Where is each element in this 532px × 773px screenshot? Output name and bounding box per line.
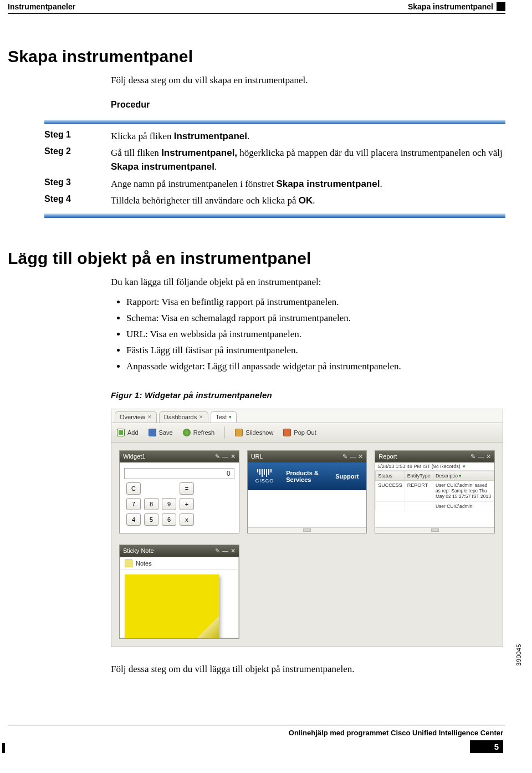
- object-type-list: Rapport: Visa en befintlig rapport på in…: [111, 294, 505, 374]
- step-label: Steg 1: [44, 130, 111, 140]
- steps-rule-bottom: [44, 213, 505, 218]
- widget-canvas-row2: Sticky Note ✎—✕ Notes: [111, 541, 503, 647]
- close-icon[interactable]: ✕: [199, 414, 203, 420]
- add-icon: [117, 429, 125, 436]
- notes-label: Notes: [136, 560, 152, 567]
- calc-key[interactable]: =: [180, 482, 194, 495]
- step-body: Gå till fliken Instrumentpanel, högerkli…: [111, 146, 505, 174]
- list-item: URL: Visa en webbsida på instrumentpanel…: [126, 327, 505, 343]
- widget-report: Report ✎—✕ 5/24/13 1:53:48 PM IST (94 Re…: [375, 450, 495, 533]
- widget-close-icon[interactable]: ✕: [358, 453, 363, 460]
- step-row: Steg 2 Gå till fliken Instrumentpanel, h…: [44, 146, 505, 174]
- widget-close-icon[interactable]: ✕: [231, 453, 236, 460]
- note-icon: [125, 560, 132, 567]
- calc-keypad: C = 7 8 9 + 4 5 6 x: [126, 482, 236, 526]
- step-row: Steg 1 Klicka på fliken Instrumentpanel.: [44, 130, 505, 144]
- widget-settings-icon[interactable]: ✎: [215, 547, 220, 555]
- list-item: Fästis Lägg till fästisar på instrumentp…: [126, 343, 505, 359]
- dashboard-screenshot: Overview✕ Dashboards✕ Test▾ Add Save Ref…: [111, 409, 503, 647]
- calc-key[interactable]: +: [180, 498, 194, 510]
- chevron-down-icon[interactable]: ▾: [463, 464, 466, 469]
- calc-key[interactable]: 8: [144, 498, 158, 510]
- section1-title: Skapa instrumentpanel: [8, 47, 505, 66]
- header-divider: [8, 13, 505, 14]
- widget-minimize-icon[interactable]: —: [222, 453, 228, 460]
- calc-display: 0: [124, 468, 234, 479]
- widget-settings-icon[interactable]: ✎: [342, 453, 347, 460]
- horizontal-scrollbar[interactable]: [248, 527, 367, 533]
- report-table: Status EntityType Descriptio ▾ SUCCESS R…: [375, 471, 494, 511]
- save-icon: [149, 429, 156, 436]
- step-label: Steg 3: [44, 177, 111, 187]
- widget-settings-icon[interactable]: ✎: [215, 453, 220, 460]
- widget-settings-icon[interactable]: ✎: [470, 453, 475, 460]
- widget-canvas: Widget1 ✎—✕ 0 C = 7 8 9 + 4: [111, 443, 503, 541]
- horizontal-scrollbar[interactable]: [375, 527, 494, 533]
- calc-key[interactable]: 5: [144, 513, 158, 526]
- figure-id: 390045: [515, 644, 522, 666]
- toolbar-separator: [224, 426, 225, 439]
- tab-dashboards[interactable]: Dashboards✕: [159, 411, 208, 423]
- procedure-label: Procedur: [111, 100, 505, 110]
- save-button[interactable]: Save: [149, 429, 173, 436]
- tab-overview[interactable]: Overview✕: [115, 411, 157, 423]
- report-timestamp: 5/24/13 1:53:48 PM IST (94 Records)▾: [375, 462, 494, 471]
- step-label: Steg 2: [44, 146, 111, 156]
- list-item: Rapport: Visa en befintlig rapport på in…: [126, 294, 505, 311]
- calc-key[interactable]: 9: [162, 498, 176, 510]
- widget-url: URL ✎—✕ CISCO Products & Services Suppor…: [247, 450, 367, 533]
- calc-key[interactable]: 6: [162, 513, 176, 526]
- widget-sticky-note: Sticky Note ✎—✕ Notes: [119, 545, 239, 639]
- sticky-note[interactable]: [125, 574, 219, 638]
- tab-bar: Overview✕ Dashboards✕ Test▾: [111, 409, 503, 423]
- page-number: 5: [470, 740, 503, 753]
- header-right-title: Skapa instrumentpanel: [408, 2, 493, 11]
- list-item: Schema: Visa en schemalagd rapport på in…: [126, 311, 505, 327]
- col-entitytype[interactable]: EntityType: [405, 471, 433, 480]
- list-item: Anpassade widgetar: Lägg till anpassade …: [126, 359, 505, 375]
- widget-title: Report: [378, 453, 397, 460]
- popout-icon: [283, 429, 291, 436]
- header-marker-icon: [497, 2, 505, 11]
- calc-key[interactable]: 4: [126, 513, 141, 526]
- popout-button[interactable]: Pop Out: [283, 429, 316, 436]
- cisco-header: CISCO Products & Services Support: [248, 462, 367, 490]
- calc-key[interactable]: x: [180, 513, 194, 526]
- nav-support[interactable]: Support: [335, 473, 359, 480]
- section2-intro: Du kan lägga till följande objekt på en …: [111, 276, 505, 289]
- calc-key[interactable]: C: [126, 482, 141, 495]
- widget-minimize-icon[interactable]: —: [350, 453, 356, 460]
- step-body: Tilldela behörigheter till användare och…: [111, 194, 315, 208]
- add-button[interactable]: Add: [117, 429, 139, 436]
- cisco-logo-icon: CISCO: [255, 469, 274, 484]
- step-body: Klicka på fliken Instrumentpanel.: [111, 130, 249, 144]
- table-row[interactable]: User CUIC\admini: [376, 501, 494, 511]
- calc-key[interactable]: 7: [126, 498, 141, 510]
- widget-title: Widget1: [123, 453, 145, 460]
- close-icon[interactable]: ✕: [147, 414, 152, 420]
- table-row[interactable]: SUCCESS REPORT User CUIC\admini saved as…: [376, 480, 494, 501]
- widget-close-icon[interactable]: ✕: [486, 453, 491, 460]
- nav-products[interactable]: Products & Services: [286, 470, 323, 483]
- widget-title: URL: [251, 453, 263, 460]
- section2-title: Lägg till objekt på en instrumentpanel: [8, 249, 505, 268]
- col-description[interactable]: Descriptio ▾: [433, 471, 494, 480]
- figure-caption: Figur 1: Widgetar på instrumentpanelen: [111, 390, 505, 400]
- widget-calculator: Widget1 ✎—✕ 0 C = 7 8 9 + 4: [119, 450, 239, 533]
- header-left-title: Instrumentpaneler: [8, 2, 75, 11]
- slideshow-button[interactable]: Slideshow: [235, 429, 273, 436]
- footer-left-marker-icon: [2, 743, 5, 753]
- chevron-down-icon[interactable]: ▾: [229, 414, 232, 420]
- widget-minimize-icon[interactable]: —: [478, 453, 484, 460]
- steps-rule-top: [44, 120, 505, 124]
- section1-intro: Följ dessa steg om du vill skapa en inst…: [111, 74, 505, 88]
- widget-close-icon[interactable]: ✕: [231, 547, 236, 555]
- widget-minimize-icon[interactable]: —: [222, 547, 228, 555]
- step-label: Steg 4: [44, 194, 111, 204]
- tab-test[interactable]: Test▾: [211, 411, 237, 423]
- steps-list: Steg 1 Klicka på fliken Instrumentpanel.…: [44, 130, 505, 208]
- col-status[interactable]: Status: [376, 471, 405, 480]
- refresh-button[interactable]: Refresh: [183, 429, 215, 436]
- footer-title: Onlinehjälp med programmet Cisco Unified…: [289, 729, 503, 737]
- slideshow-icon: [235, 429, 243, 436]
